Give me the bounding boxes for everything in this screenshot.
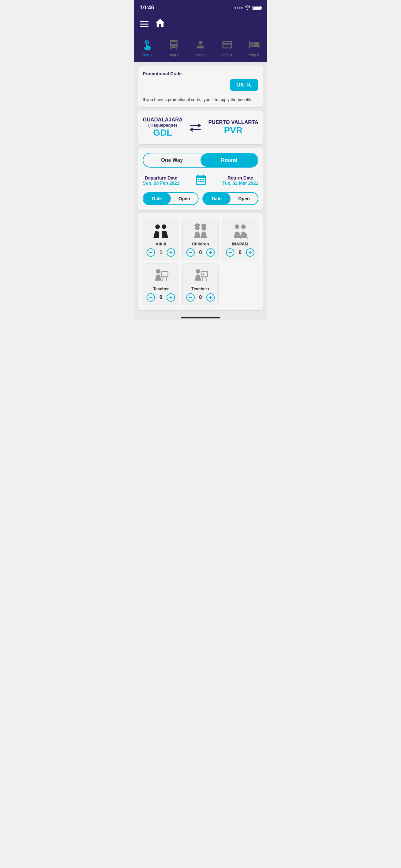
step-3[interactable]: Step 3 bbox=[187, 38, 214, 57]
step-4[interactable]: Step 4 bbox=[214, 38, 241, 57]
inapam-name: INAPAM bbox=[232, 242, 248, 246]
adult-decrement-button[interactable]: − bbox=[147, 248, 155, 257]
teacher-plus-icon bbox=[192, 268, 209, 284]
round-button[interactable]: Round bbox=[201, 153, 258, 167]
promo-input[interactable] bbox=[143, 82, 227, 88]
departure-date-btn[interactable]: Date bbox=[143, 193, 171, 205]
dates-row: Departure Date Sun, 28 Feb 2021 Return D… bbox=[143, 174, 258, 187]
steps-bar: Step 1 Step 2 Step 3 Step 4 bbox=[134, 35, 267, 62]
svg-line-15 bbox=[240, 233, 241, 239]
svg-line-20 bbox=[162, 277, 163, 281]
teacher-plus-decrement-button[interactable]: − bbox=[186, 293, 195, 302]
route-origin: GUADALAJARA (Tlaquepaque) GDL bbox=[143, 117, 183, 138]
svg-point-7 bbox=[162, 224, 166, 229]
return-open-toggle: Date Open bbox=[203, 192, 258, 205]
step-2[interactable]: Step 2 bbox=[160, 38, 187, 57]
dest-code: PVR bbox=[208, 125, 258, 135]
svg-rect-5 bbox=[203, 181, 204, 182]
passengers-card: Adult − 1 + bbox=[137, 213, 264, 310]
open-toggle-row: Date Open Date Open bbox=[143, 192, 258, 205]
departure-label: Departure Date bbox=[143, 175, 180, 181]
teacher-plus-name: Teacher+ bbox=[191, 286, 210, 291]
adult-increment-button[interactable]: + bbox=[166, 248, 175, 257]
svg-rect-4 bbox=[200, 181, 202, 182]
svg-rect-19 bbox=[161, 272, 168, 277]
adult-counter: − 1 + bbox=[147, 248, 175, 257]
route-card: GUADALAJARA (Tlaquepaque) GDL PUERTO VAL… bbox=[137, 111, 264, 144]
home-icon bbox=[154, 18, 166, 29]
svg-rect-3 bbox=[198, 181, 199, 182]
inapam-increment-button[interactable]: + bbox=[246, 248, 254, 257]
return-date-btn[interactable]: Date bbox=[203, 193, 230, 205]
passenger-children: Children − 0 + bbox=[182, 219, 219, 260]
svg-point-6 bbox=[155, 224, 160, 229]
origin-city-sub: (Tlaquepaque) bbox=[143, 123, 183, 128]
teacher-plus-counter: − 0 + bbox=[186, 293, 215, 302]
svg-line-24 bbox=[202, 277, 203, 281]
adult-icon bbox=[152, 223, 170, 240]
status-time: 10:46 bbox=[140, 4, 154, 11]
step-1-icon bbox=[141, 38, 153, 51]
header bbox=[134, 14, 267, 35]
teacher-plus-increment-button[interactable]: + bbox=[206, 293, 215, 302]
departure-open-btn[interactable]: Open bbox=[171, 193, 198, 205]
calendar-icon[interactable] bbox=[195, 174, 207, 187]
promo-label: Promotional Code bbox=[143, 71, 258, 76]
children-decrement-button[interactable]: − bbox=[186, 248, 195, 257]
dest-city-name: PUERTO VALLARTA bbox=[208, 120, 258, 125]
svg-rect-8 bbox=[156, 231, 159, 238]
route-destination: PUERTO VALLARTA PVR bbox=[208, 120, 258, 135]
trip-type-toggle: One Way Round bbox=[143, 153, 258, 167]
teacher-count: 0 bbox=[158, 294, 163, 300]
step-5[interactable]: Step 5 bbox=[241, 38, 267, 57]
ok-button[interactable]: OK bbox=[230, 79, 258, 91]
origin-code: GDL bbox=[143, 128, 183, 138]
svg-rect-2 bbox=[203, 179, 204, 181]
step-1[interactable]: Step 1 bbox=[134, 38, 160, 57]
hamburger-menu-button[interactable] bbox=[140, 21, 149, 27]
home-button[interactable] bbox=[154, 18, 166, 30]
search-icon bbox=[246, 82, 252, 88]
signal-icon bbox=[235, 7, 243, 9]
children-name: Children bbox=[192, 242, 209, 246]
children-count: 0 bbox=[198, 250, 203, 255]
teacher-increment-button[interactable]: + bbox=[166, 293, 175, 302]
step-4-label: Step 4 bbox=[222, 53, 233, 57]
passenger-inapam: INAPAM − 0 + bbox=[222, 219, 258, 260]
children-icon bbox=[192, 223, 209, 240]
children-increment-button[interactable]: + bbox=[206, 248, 215, 257]
svg-rect-9 bbox=[163, 231, 165, 238]
svg-point-18 bbox=[156, 269, 160, 274]
promo-input-row: OK bbox=[143, 79, 258, 94]
one-way-button[interactable]: One Way bbox=[143, 153, 201, 167]
step-4-icon bbox=[221, 38, 234, 51]
departure-date-group: Departure Date Sun, 28 Feb 2021 bbox=[143, 175, 180, 186]
teacher-decrement-button[interactable]: − bbox=[147, 293, 155, 302]
main-content: Promotional Code OK If you have a promot… bbox=[134, 62, 267, 314]
inapam-decrement-button[interactable]: − bbox=[226, 248, 235, 257]
trip-card: One Way Round Departure Date Sun, 28 Feb… bbox=[137, 148, 264, 210]
teacher-icon bbox=[152, 268, 169, 284]
promo-code-card: Promotional Code OK If you have a promot… bbox=[137, 66, 264, 107]
return-open-btn[interactable]: Open bbox=[230, 193, 258, 205]
passengers-bottom-row: Teacher − 0 + bbox=[143, 264, 258, 305]
children-counter: − 0 + bbox=[186, 248, 215, 257]
return-label: Return Date bbox=[222, 175, 258, 181]
step-2-label: Step 2 bbox=[168, 53, 179, 57]
inapam-count: 0 bbox=[238, 250, 243, 255]
departure-open-toggle: Date Open bbox=[143, 192, 198, 205]
svg-point-16 bbox=[241, 224, 246, 229]
teacher-name: Teacher bbox=[153, 286, 169, 291]
adult-count: 1 bbox=[158, 250, 163, 255]
svg-point-22 bbox=[196, 269, 200, 274]
inapam-counter: − 0 + bbox=[226, 248, 254, 257]
passenger-teacher: Teacher − 0 + bbox=[143, 264, 179, 305]
svg-line-17 bbox=[246, 233, 247, 239]
battery-icon bbox=[252, 6, 261, 10]
step-2-icon bbox=[167, 38, 180, 51]
swap-route-button[interactable] bbox=[189, 122, 202, 133]
svg-rect-1 bbox=[200, 179, 202, 181]
return-date-value: Tue, 02 Mar 2021 bbox=[222, 181, 258, 186]
svg-point-11 bbox=[195, 226, 199, 230]
svg-rect-0 bbox=[198, 179, 199, 181]
